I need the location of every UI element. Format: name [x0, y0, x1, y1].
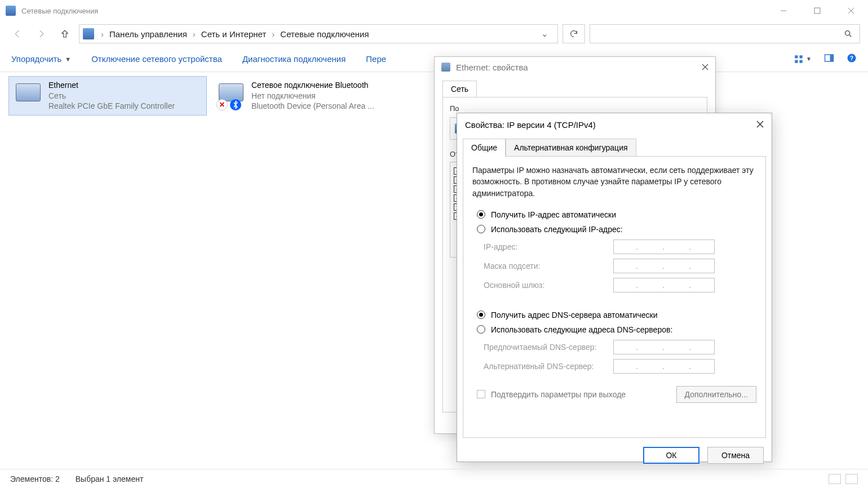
dialog-title: Ethernet: свойства: [456, 63, 528, 72]
organize-menu[interactable]: Упорядочить ▼: [11, 54, 71, 64]
window-titlebar: Сетевые подключения: [0, 0, 868, 21]
radio-ip-auto[interactable]: Получить IP-адрес автоматически: [477, 210, 756, 219]
connect-through-label: По: [450, 104, 700, 113]
connection-name: Сетевое подключение Bluetooth: [251, 80, 374, 91]
radio-label: Использовать следующий IP-адрес:: [491, 225, 623, 234]
validate-checkbox[interactable]: [477, 390, 485, 398]
help-button[interactable]: ?: [847, 53, 857, 65]
advanced-button[interactable]: Дополнительно...: [676, 386, 756, 403]
preview-icon: [824, 53, 834, 63]
svg-point-4: [845, 31, 850, 36]
item-count: Элементов: 2: [10, 474, 60, 483]
up-button[interactable]: [55, 24, 74, 43]
connection-item-ethernet[interactable]: Ethernet Сеть Realtek PCIe GbE Family Co…: [9, 77, 206, 115]
large-icons-view-button[interactable]: [845, 474, 858, 484]
forward-button[interactable]: [32, 24, 51, 43]
minimize-button[interactable]: [767, 0, 800, 21]
help-icon: ?: [847, 53, 857, 63]
chevron-down-icon[interactable]: ⌄: [535, 29, 554, 39]
preview-pane-button[interactable]: [824, 53, 834, 65]
radio-dns-manual[interactable]: Использовать следующие адреса DNS-сервер…: [477, 325, 756, 334]
radio-icon: [477, 310, 485, 319]
preferred-dns-label: Предпочитаемый DNS-сервер:: [484, 343, 613, 352]
subnet-mask-input: ...: [613, 259, 715, 273]
rename-connection-button[interactable]: Пере: [366, 54, 386, 64]
radio-dns-auto[interactable]: Получить адрес DNS-сервера автоматически: [477, 310, 756, 320]
svg-rect-7: [800, 55, 803, 58]
tab-alternative[interactable]: Альтернативная конфигурация: [506, 139, 636, 157]
chevron-right-icon: ›: [99, 29, 106, 39]
svg-rect-1: [814, 8, 820, 14]
status-bar: Элементов: 2 Выбран 1 элемент: [0, 469, 868, 488]
back-button[interactable]: [8, 24, 27, 43]
svg-rect-6: [795, 55, 798, 58]
location-icon: [83, 28, 94, 39]
chevron-right-icon: ›: [269, 29, 277, 39]
address-bar: › Панель управления › Сеть и Интернет › …: [0, 21, 868, 46]
radio-icon: [477, 325, 485, 334]
connection-status: Нет подключения: [251, 91, 374, 101]
radio-ip-manual[interactable]: Использовать следующий IP-адрес:: [477, 225, 756, 234]
breadcrumb-item[interactable]: Панель управления: [107, 28, 189, 40]
change-view-button[interactable]: ▼: [794, 54, 812, 64]
bluetooth-icon: [230, 99, 241, 110]
radio-label: Получить адрес DNS-сервера автоматически: [491, 310, 657, 320]
help-text: Параметры IP можно назначать автоматичес…: [472, 165, 756, 199]
chevron-down-icon: ▼: [65, 56, 71, 63]
alternate-dns-input: ...: [613, 359, 715, 374]
close-icon[interactable]: [702, 63, 708, 72]
subnet-mask-label: Маска подсети:: [484, 261, 613, 270]
radio-icon: [477, 225, 485, 233]
network-adapter-icon: ×: [216, 81, 246, 110]
radio-label: Получить IP-адрес автоматически: [491, 210, 616, 219]
search-icon: [844, 29, 853, 38]
connection-name: Ethernet: [48, 80, 175, 91]
alternate-dns-label: Альтернативный DNS-сервер:: [484, 362, 613, 371]
chevron-down-icon: ▼: [806, 56, 812, 62]
svg-line-5: [849, 35, 851, 37]
close-icon[interactable]: [756, 120, 764, 130]
window-title: Сетевые подключения: [21, 7, 98, 15]
details-view-button[interactable]: [829, 474, 841, 484]
close-button[interactable]: [834, 0, 868, 21]
app-icon: [6, 6, 16, 16]
svg-rect-9: [800, 60, 803, 63]
svg-rect-11: [830, 55, 834, 61]
breadcrumb[interactable]: › Панель управления › Сеть и Интернет › …: [79, 24, 558, 43]
search-input[interactable]: [590, 24, 860, 43]
disable-device-button[interactable]: Отключение сетевого устройства: [91, 54, 222, 64]
view-icon: [794, 54, 804, 64]
tab-general[interactable]: Общие: [463, 139, 506, 157]
chevron-right-icon: ›: [191, 29, 198, 39]
connection-device: Realtek PCIe GbE Family Controller: [48, 101, 175, 112]
disconnected-icon: ×: [216, 99, 228, 110]
adapter-icon: [441, 63, 450, 72]
breadcrumb-item[interactable]: Сеть и Интернет: [199, 28, 269, 40]
validate-label: Подтвердить параметры при выходе: [491, 390, 626, 399]
diagnose-connection-button[interactable]: Диагностика подключения: [242, 54, 346, 64]
radio-icon: [477, 210, 485, 219]
ip-address-input: ...: [613, 239, 715, 254]
preferred-dns-input: ...: [613, 340, 715, 354]
connection-item-bluetooth[interactable]: × Сетевое подключение Bluetooth Нет подк…: [212, 77, 409, 115]
svg-text:?: ?: [850, 55, 853, 61]
connection-status: Сеть: [48, 91, 175, 101]
connection-device: Bluetooth Device (Personal Area ...: [251, 101, 374, 112]
ok-button[interactable]: ОК: [643, 447, 699, 464]
radio-label: Использовать следующие адреса DNS-сервер…: [491, 325, 672, 334]
network-adapter-icon: [14, 81, 43, 110]
selection-count: Выбран 1 элемент: [76, 474, 144, 483]
maximize-button[interactable]: [800, 0, 834, 21]
breadcrumb-item[interactable]: Сетевые подключения: [278, 28, 371, 40]
refresh-button[interactable]: [563, 24, 585, 43]
tab-network[interactable]: Сеть: [442, 81, 477, 97]
organize-label: Упорядочить: [11, 54, 61, 64]
svg-rect-8: [795, 60, 798, 63]
default-gateway-label: Основной шлюз:: [484, 281, 613, 290]
ipv4-properties-dialog: Свойства: IP версии 4 (TCP/IPv4) Общие А…: [457, 113, 772, 462]
cancel-button[interactable]: Отмена: [707, 447, 764, 464]
dialog-title: Свойства: IP версии 4 (TCP/IPv4): [465, 120, 596, 130]
ip-address-label: IP-адрес:: [484, 242, 613, 251]
default-gateway-input: ...: [613, 278, 715, 292]
